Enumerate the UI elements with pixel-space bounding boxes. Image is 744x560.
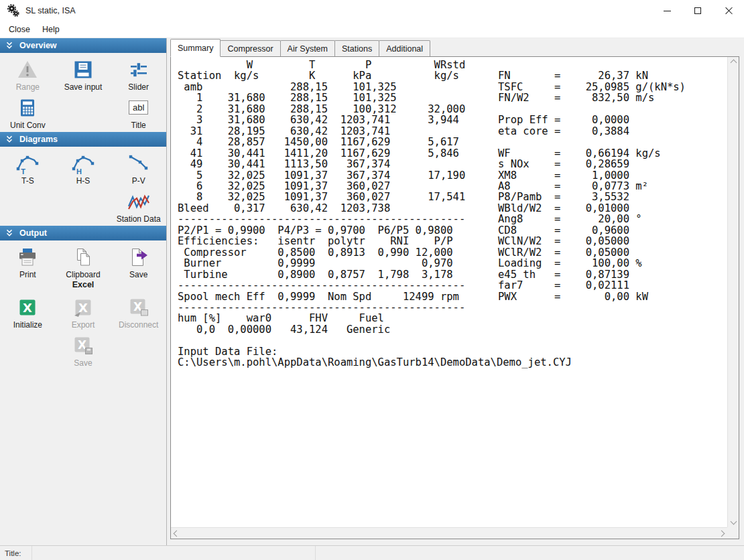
section-header-diagrams[interactable]: Diagrams — [0, 132, 166, 147]
excel-export-label: Export — [72, 320, 95, 330]
unit-conv-label: Unit Conv — [10, 121, 46, 130]
tab-stations[interactable]: Stations — [334, 40, 379, 56]
printer-icon — [17, 244, 38, 269]
save-output-button[interactable]: Save — [111, 242, 166, 280]
station-data-button[interactable]: Station Data — [111, 186, 166, 224]
station-data-label: Station Data — [117, 214, 161, 224]
section-title: Overview — [19, 41, 57, 50]
chevron-left-icon[interactable] — [174, 530, 180, 537]
status-extra-cell — [316, 546, 744, 560]
section-header-output[interactable]: Output — [0, 226, 166, 240]
chevron-down-icon[interactable] — [730, 518, 737, 525]
floppy-disk-icon — [72, 57, 94, 82]
status-title-label: Title: — [5, 549, 21, 557]
menu-close[interactable]: Close — [3, 23, 36, 36]
svg-text:X: X — [78, 300, 88, 314]
ts-label: T-S — [21, 176, 34, 186]
section-body-diagrams: T T-S H H-S — [0, 147, 166, 226]
diagram-letter: H — [76, 167, 82, 176]
save-output-label: Save — [129, 270, 147, 279]
excel-disconnect-label: Disconnect — [119, 320, 158, 330]
menu-help[interactable]: Help — [36, 23, 66, 36]
clipboard-label: Clipboard — [66, 270, 100, 279]
chevron-right-icon[interactable] — [719, 530, 725, 537]
excel-save-icon: X — [72, 333, 94, 358]
text-box-icon: abl — [129, 100, 148, 115]
tab-compressor[interactable]: Compressor — [220, 40, 280, 56]
title-button[interactable]: abl Title — [111, 92, 166, 131]
double-chevron-down-icon — [5, 42, 13, 50]
close-button[interactable] — [713, 0, 744, 21]
copy-pages-icon — [72, 244, 94, 269]
gears-icon — [7, 4, 20, 17]
title-label: Title — [131, 121, 146, 130]
tab-air-system[interactable]: Air System — [280, 40, 335, 56]
unit-conv-button[interactable]: Unit Conv — [0, 92, 56, 131]
horizontal-scrollbar[interactable] — [171, 527, 727, 539]
ts-diagram-icon: T — [15, 151, 40, 176]
calculator-icon — [17, 95, 38, 120]
close-icon — [725, 7, 733, 15]
section-body-output: Print Clipboard — [0, 240, 166, 370]
maximize-icon — [694, 7, 701, 14]
ts-diagram-button[interactable]: T T-S — [0, 148, 56, 186]
save-input-button[interactable]: Save input — [56, 54, 111, 92]
chevron-up-icon[interactable] — [730, 60, 737, 66]
empty-cell — [0, 186, 56, 224]
menu-bar: Close Help — [0, 21, 744, 38]
range-button: Range — [0, 54, 56, 92]
tab-summary[interactable]: Summary — [170, 39, 221, 57]
excel-initialize-button[interactable]: X Initialize — [0, 292, 56, 330]
print-label: Print — [19, 270, 36, 279]
excel-export-button: X Export — [56, 292, 111, 330]
minimize-button[interactable] — [652, 0, 682, 21]
hs-diagram-icon: H — [70, 151, 96, 176]
clipboard-button[interactable]: Clipboard — [56, 242, 111, 280]
print-button[interactable]: Print — [0, 242, 56, 280]
section-body-overview: Range Save input — [0, 53, 166, 132]
excel-group: Excel — [0, 280, 166, 292]
empty-cell — [0, 330, 56, 368]
svg-text:X: X — [23, 300, 32, 314]
double-chevron-down-icon — [5, 135, 13, 143]
section-header-overview[interactable]: Overview — [0, 38, 166, 53]
sliders-icon — [128, 57, 149, 82]
maximize-button[interactable] — [682, 0, 713, 21]
station-data-chart-icon — [126, 189, 151, 214]
vertical-scrollbar[interactable] — [727, 57, 739, 527]
hs-diagram-button[interactable]: H H-S — [56, 148, 111, 186]
excel-disconnect-icon: X — [128, 295, 149, 320]
summary-report-panel: W T P WRstd Station kg/s K kPa kg/s amb … — [170, 56, 739, 539]
sidebar-filler — [0, 370, 166, 545]
scrollbar-corner — [727, 527, 739, 539]
excel-save-button: X Save — [56, 330, 111, 368]
slider-button[interactable]: Slider — [111, 54, 166, 92]
minimize-icon — [664, 11, 671, 11]
performance-summary-text: FN = 26,37 kN TSFC = 25,0985 g/(kN*s) FN… — [498, 60, 686, 302]
excel-group-label: Excel — [56, 280, 111, 292]
title-bar[interactable]: SL static, ISA — [0, 0, 744, 21]
status-value-cell — [32, 546, 316, 560]
pv-diagram-button[interactable]: P-V — [111, 148, 166, 186]
pv-label: P-V — [132, 176, 145, 186]
slider-label: Slider — [128, 82, 149, 92]
tab-bar: Summary Compressor Air System Stations A… — [167, 38, 744, 56]
diagram-letter: T — [21, 167, 25, 176]
excel-disconnect-button: X Disconnect — [111, 292, 166, 330]
excel-initialize-label: Initialize — [13, 320, 42, 330]
hs-label: H-S — [76, 176, 90, 186]
empty-cell — [56, 92, 111, 131]
empty-cell — [56, 186, 111, 224]
summary-report-view: W T P WRstd Station kg/s K kPa kg/s amb … — [171, 57, 727, 527]
sidebar: Overview Range — [0, 38, 167, 545]
save-file-arrow-icon — [127, 244, 150, 269]
app-window: SL static, ISA Close Help Overview — [0, 0, 744, 560]
tab-additional[interactable]: Additional — [379, 40, 430, 56]
status-bar: Title: — [0, 545, 744, 560]
section-title: Diagrams — [19, 135, 58, 144]
range-label: Range — [16, 82, 40, 92]
excel-icon: X — [17, 295, 38, 320]
status-title-cell: Title: — [0, 546, 32, 560]
section-title: Output — [19, 228, 47, 238]
window-title: SL static, ISA — [25, 6, 76, 15]
